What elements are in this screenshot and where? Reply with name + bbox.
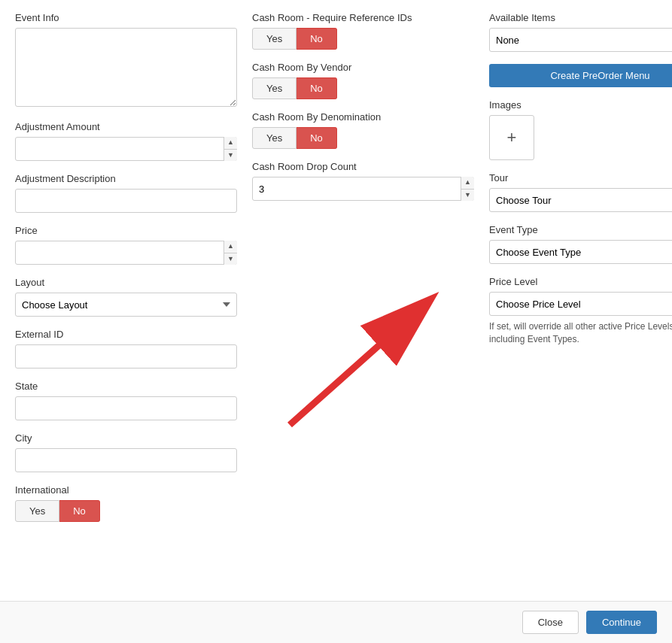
cash-room-vendor-toggle: Yes No [252, 77, 474, 99]
external-id-input[interactable] [15, 344, 237, 369]
price-level-select-wrap: Choose Price Level [489, 292, 672, 316]
cash-room-ref-no-btn[interactable]: No [296, 28, 337, 50]
tour-select[interactable]: Choose Tour [489, 188, 672, 212]
price-up[interactable]: ▲ [224, 241, 237, 253]
adjustment-amount-down[interactable]: ▼ [224, 150, 237, 162]
adjustment-amount-up[interactable]: ▲ [224, 137, 237, 150]
international-no-btn[interactable]: No [59, 500, 100, 522]
cash-room-drop-label: Cash Room Drop Count [252, 161, 474, 172]
price-level-info: If set, will override all other active P… [489, 320, 672, 346]
continue-button[interactable]: Continue [586, 611, 657, 634]
price-spinners: ▲ ▼ [223, 241, 237, 265]
cash-room-vendor-no-btn[interactable]: No [296, 77, 337, 99]
cash-room-drop-wrap: ▲ ▼ [252, 177, 474, 201]
cash-room-drop-spinners: ▲ ▼ [461, 177, 474, 201]
available-items-select-wrap: None [489, 28, 672, 52]
footer-bar: Close Continue [0, 601, 672, 643]
cash-room-ref-toggle: Yes No [252, 28, 474, 50]
city-label: City [15, 432, 237, 444]
available-items-label: Available Items [489, 12, 672, 23]
city-input[interactable] [15, 448, 237, 472]
state-label: State [15, 381, 237, 392]
adjustment-amount-spinners: ▲ ▼ [223, 137, 237, 161]
event-type-label: Event Type [489, 224, 672, 235]
cash-room-drop-up[interactable]: ▲ [461, 177, 474, 190]
international-toggle-group: Yes No [15, 500, 237, 522]
external-id-label: External ID [15, 329, 237, 340]
price-label: Price [15, 225, 237, 236]
images-add-btn[interactable]: + [489, 115, 534, 160]
price-down[interactable]: ▼ [224, 253, 237, 265]
available-items-select[interactable]: None [489, 28, 672, 52]
close-button[interactable]: Close [522, 611, 579, 634]
tour-label: Tour [489, 172, 672, 183]
price-level-select[interactable]: Choose Price Level [489, 292, 672, 316]
layout-label: Layout [15, 277, 237, 288]
cash-room-denom-label: Cash Room By Denomination [252, 111, 474, 123]
images-add-icon: + [507, 128, 517, 147]
event-info-textarea[interactable] [15, 28, 237, 107]
event-type-select-wrap: Choose Event Type [489, 240, 672, 264]
event-type-select[interactable]: Choose Event Type [489, 240, 672, 264]
adjustment-amount-input[interactable] [15, 137, 237, 161]
images-label: Images [489, 99, 672, 111]
layout-select[interactable]: Choose Layout [15, 293, 237, 317]
cash-room-vendor-yes-btn[interactable]: Yes [252, 77, 296, 99]
event-info-label: Event Info [15, 12, 237, 23]
cash-room-denom-no-btn[interactable]: No [296, 127, 337, 149]
adjustment-description-label: Adjustment Description [15, 173, 237, 184]
cash-room-drop-down[interactable]: ▼ [461, 190, 474, 202]
cash-room-drop-input[interactable] [252, 177, 474, 201]
cash-room-denom-toggle: Yes No [252, 127, 474, 149]
cash-room-denom-yes-btn[interactable]: Yes [252, 127, 296, 149]
price-level-label: Price Level [489, 276, 672, 287]
state-input[interactable] [15, 396, 237, 420]
create-preorder-btn[interactable]: Create PreOrder Menu [489, 64, 672, 87]
adjustment-amount-label: Adjustment Amount [15, 121, 237, 132]
international-yes-btn[interactable]: Yes [15, 500, 59, 522]
cash-room-ref-label: Cash Room - Require Reference IDs [252, 12, 474, 23]
tour-select-wrap: Choose Tour [489, 188, 672, 212]
price-wrap: ▲ ▼ [15, 241, 237, 265]
price-input[interactable] [15, 241, 237, 265]
adjustment-description-input[interactable] [15, 189, 237, 213]
layout-select-wrap: Choose Layout [15, 293, 237, 317]
cash-room-vendor-label: Cash Room By Vendor [252, 62, 474, 73]
international-label: International [15, 484, 237, 496]
cash-room-ref-yes-btn[interactable]: Yes [252, 28, 296, 50]
adjustment-amount-wrap: ▲ ▼ [15, 137, 237, 161]
